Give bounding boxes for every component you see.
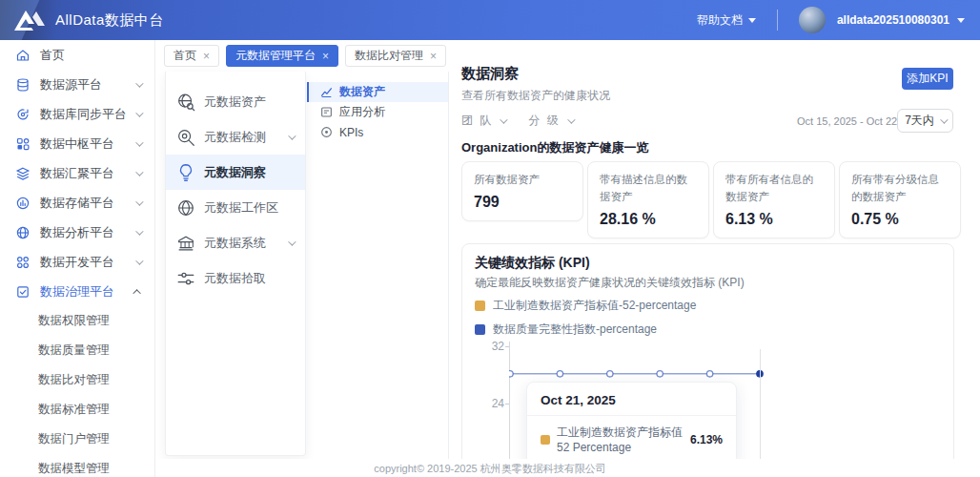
legend-item-industrial[interactable]: 工业制造数据资产指标值-52-percentage xyxy=(475,298,696,314)
chevron-up-icon xyxy=(133,289,140,297)
range-select[interactable]: 7天内 xyxy=(897,109,953,133)
stat-card-owned-assets: 带有所有者信息的数据资产 6.13 % xyxy=(713,161,835,238)
blocks-icon xyxy=(15,136,31,152)
username: alldata202510080301 xyxy=(837,13,949,27)
page-subtitle: 查看所有数据资产的健康状况 xyxy=(461,88,610,104)
kpi-panel-title: 关键绩效指标 (KPI) xyxy=(475,255,590,272)
menu-item-meta-system[interactable]: 元数据系统 xyxy=(166,225,305,260)
tooltip-swatch xyxy=(541,435,550,445)
logo-mountain-icon xyxy=(13,8,46,32)
close-icon[interactable]: × xyxy=(430,51,437,62)
home-icon xyxy=(15,48,31,63)
chevron-down-icon xyxy=(135,138,143,146)
sidebar-item-home[interactable]: 首页 xyxy=(0,40,154,70)
chevron-down-icon xyxy=(135,197,143,205)
stat-value: 799 xyxy=(474,194,571,211)
tooltip-date: Oct 21, 2025 xyxy=(527,383,736,415)
bank-icon xyxy=(175,233,196,254)
magnifier-icon xyxy=(175,127,196,148)
app-logo: AllData数据中台 xyxy=(13,8,164,32)
legend-swatch xyxy=(475,301,485,311)
page-title: 数据洞察 xyxy=(461,65,519,83)
sidebar-subitem-portal[interactable]: 数据门户管理 xyxy=(0,425,154,454)
sidebar-item-data-dev[interactable]: 数据开发平台 xyxy=(0,247,154,277)
globe-icon xyxy=(175,197,196,218)
chart-point[interactable] xyxy=(509,371,513,377)
chevron-down-icon xyxy=(288,132,296,139)
subnav-item-data-asset[interactable]: 数据资产 xyxy=(307,82,448,102)
overview-title: Organization的数据资产健康一览 xyxy=(461,139,648,156)
chevron-down-icon xyxy=(500,115,508,123)
sidebar-item-data-aggregation[interactable]: 数据汇聚平台 xyxy=(0,158,154,188)
sidebar-subitem-standard[interactable]: 数据标准管理 xyxy=(0,395,154,425)
tab-metadata-platform[interactable]: 元数据管理平台 × xyxy=(226,45,338,67)
chevron-down-icon xyxy=(135,168,143,176)
tooltip-divider xyxy=(527,415,736,416)
close-icon[interactable]: × xyxy=(203,51,210,62)
menu-item-meta-workspace[interactable]: 元数据工作区 xyxy=(166,190,305,225)
subnav-item-app-analysis[interactable]: 应用分析 xyxy=(307,102,448,122)
stat-card-described-assets: 带有描述信息的数据资产 28.16 % xyxy=(587,161,709,238)
globe-search-icon xyxy=(175,92,196,113)
lightbulb-icon xyxy=(175,162,196,183)
menu-item-meta-asset[interactable]: 元数据资产 xyxy=(166,84,305,119)
app-header: AllData数据中台 帮助文档 alldata202510080301 xyxy=(0,0,980,40)
sidebar-item-data-governance[interactable]: 数据治理平台 xyxy=(0,277,154,306)
globe-analysis-icon xyxy=(15,225,31,240)
close-icon[interactable]: × xyxy=(322,51,329,62)
trend-chart-icon xyxy=(320,86,333,98)
avatar[interactable] xyxy=(799,7,826,33)
grade-filter[interactable]: 分 级 xyxy=(528,113,572,129)
stat-cards: 所有数据资产 799 带有描述信息的数据资产 28.16 % 带有所有者信息的数… xyxy=(461,161,961,238)
sidebar-item-db-sync[interactable]: 数据库同步平台 xyxy=(0,99,154,129)
tab-home[interactable]: 首页 × xyxy=(164,45,219,67)
team-filter[interactable]: 团 队 xyxy=(461,113,505,129)
legend-swatch xyxy=(475,324,485,335)
help-docs-menu[interactable]: 帮助文档 xyxy=(697,12,756,29)
primary-sidebar: 首页 数据源平台 数据库同步平台 数据中枢平台 数据汇聚平台 数据存储平台 数据… xyxy=(0,40,155,477)
metadata-menu-panel: 元数据资产 元数据检测 元数据洞察 元数据工作区 元数据系统 元数据拾取 xyxy=(165,72,306,456)
chevron-down-icon xyxy=(288,238,296,245)
sliders-icon xyxy=(175,268,196,289)
chart-point[interactable] xyxy=(657,371,663,377)
sidebar-item-data-storage[interactable]: 数据存储平台 xyxy=(0,188,154,218)
sidebar-item-datasource[interactable]: 数据源平台 xyxy=(0,70,154,99)
database-icon xyxy=(15,77,31,93)
add-kpi-button[interactable]: 添加KPI xyxy=(902,68,953,90)
menu-item-meta-insight[interactable]: 元数据洞察 xyxy=(166,155,305,190)
chart-point[interactable] xyxy=(557,371,562,377)
stat-value: 28.16 % xyxy=(600,211,697,228)
tab-bar: 首页 × 元数据管理平台 × 数据比对管理 × xyxy=(164,45,446,67)
insight-subnav: 数据资产 应用分析 KPIs xyxy=(307,82,448,142)
chevron-down-icon xyxy=(940,115,948,123)
sidebar-item-data-analysis[interactable]: 数据分析平台 xyxy=(0,218,154,247)
storage-chart-icon xyxy=(15,196,31,211)
tooltip-row-industrial: 工业制造数据资产指标值 52 Percentage 6.13% xyxy=(527,423,736,456)
legend-item-quality[interactable]: 数据质量完整性指数-percentage xyxy=(475,321,657,338)
sidebar-subitem-quality[interactable]: 数据质量管理 xyxy=(0,336,154,365)
chart-point[interactable] xyxy=(706,371,712,377)
header-divider xyxy=(777,10,778,31)
chart-point[interactable] xyxy=(607,371,613,377)
help-docs-label: 帮助文档 xyxy=(697,12,743,29)
tab-data-compare[interactable]: 数据比对管理 × xyxy=(345,45,446,67)
stat-card-all-assets: 所有数据资产 799 xyxy=(461,161,583,221)
sidebar-subitem-permission[interactable]: 数据权限管理 xyxy=(0,306,154,336)
user-menu-chevron-icon[interactable] xyxy=(957,18,965,23)
menu-item-meta-detect[interactable]: 元数据检测 xyxy=(166,119,305,155)
copyright: copyright© 2019-2025 杭州奥零数据科技有限公司 xyxy=(0,462,980,476)
y-axis-tick-label: 32 xyxy=(480,340,504,353)
chevron-down-icon xyxy=(748,18,756,23)
app-title: AllData数据中台 xyxy=(55,11,164,30)
sidebar-subitem-compare[interactable]: 数据比对管理 xyxy=(0,365,154,395)
filter-bar: 团 队 分 级 xyxy=(461,113,573,129)
subnav-item-kpis[interactable]: KPIs xyxy=(307,122,448,142)
stat-value: 0.75 % xyxy=(851,211,949,228)
chevron-down-icon xyxy=(135,109,143,116)
chevron-down-icon xyxy=(135,227,143,235)
chevron-down-icon xyxy=(567,115,575,123)
stat-card-graded-assets: 所有带有分级信息的数据资产 0.75 % xyxy=(839,161,961,238)
menu-item-meta-pickup[interactable]: 元数据拾取 xyxy=(166,260,305,296)
sidebar-item-data-hub[interactable]: 数据中枢平台 xyxy=(0,129,154,158)
layers-icon xyxy=(15,166,31,181)
